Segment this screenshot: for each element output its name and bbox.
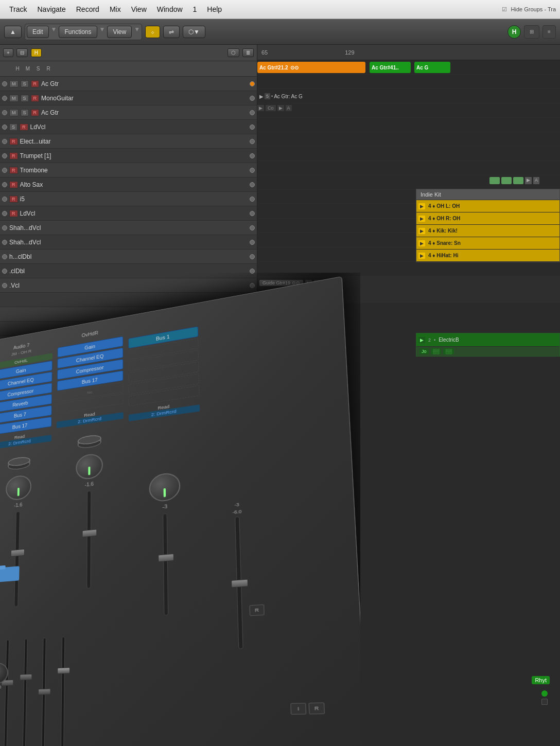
track-row[interactable]: Shah...dVcl — [0, 235, 257, 250]
clip-ac-gtr-21[interactable]: Ac Gtr#21.2 ⊙⊙ — [257, 62, 365, 73]
solo-btn[interactable]: S — [21, 80, 29, 87]
mute-btn[interactable]: M — [9, 109, 19, 116]
ch4-val2: -6.0 — [232, 509, 241, 515]
track-end-dot — [250, 110, 255, 115]
mixer-board: Audio 7 JM - OH R OvHdL Gain Channel EQ … — [0, 276, 360, 746]
master-faders — [0, 550, 354, 746]
filter-btn[interactable]: ⬡▼ — [183, 26, 205, 38]
fader-thumb-5[interactable] — [57, 667, 70, 674]
master-knob-control[interactable] — [0, 662, 8, 684]
add-track-btn[interactable]: + — [3, 48, 13, 57]
track-row[interactable]: R Elect...uitar — [0, 134, 257, 149]
list-btn[interactable]: ≣ — [242, 48, 254, 57]
fader-strip-2 — [0, 640, 15, 746]
track-row[interactable]: R LdVcl — [0, 206, 257, 221]
track-row[interactable]: .clDbl — [0, 264, 257, 278]
track-color-dot — [2, 211, 7, 216]
arrange-row-4 — [257, 118, 560, 132]
track-row[interactable]: h...clDbl — [0, 250, 257, 264]
pattern-btn-2[interactable]: ░░ — [443, 348, 454, 354]
loop-btn[interactable]: ⇌ — [163, 26, 180, 38]
menu-track[interactable]: Track — [4, 3, 32, 15]
rec-btn[interactable]: R — [31, 109, 40, 116]
clip-ac-gtr-41[interactable]: Ac Gtr#41. . — [370, 62, 411, 73]
kit-row-ohr: ▶ 4 ♦ OH R: OH — [416, 212, 559, 225]
toolbar: ▲ Edit ▼ Functions ▼ View ▼ ⬦ ⇌ ⬡▼ H ⊞ ≡ — [0, 19, 560, 45]
menu-navigate[interactable]: Navigate — [32, 3, 71, 15]
fader-thumb-4[interactable] — [38, 688, 51, 695]
menu-window[interactable]: Window — [152, 3, 188, 15]
track-row[interactable]: R i5 — [0, 192, 257, 206]
rec-btn[interactable]: R — [31, 95, 40, 102]
menu-1[interactable]: 1 — [188, 3, 202, 15]
track-color-dot — [2, 283, 7, 288]
filter-icon-btn[interactable]: ⬡ — [227, 48, 239, 57]
track-row[interactable]: R Trumpet [1] — [0, 149, 257, 163]
r-mixer-btn[interactable]: R — [308, 702, 325, 714]
fader-track-4[interactable] — [41, 637, 46, 746]
rec-btn[interactable]: R — [9, 167, 18, 174]
rec-btn[interactable]: R — [9, 181, 18, 188]
functions-btn[interactable]: Functions — [59, 26, 97, 38]
track-row[interactable]: S R LdVcl — [0, 120, 257, 134]
view-btn[interactable]: View — [107, 26, 132, 38]
track-end-dot — [250, 139, 255, 144]
h-button[interactable]: H — [507, 25, 521, 39]
h-track-btn[interactable]: H — [31, 48, 42, 57]
arrange-row-2: ▶ 5 • Ac Gtr: Ac G — [257, 89, 560, 103]
fader-track-3[interactable] — [23, 638, 28, 746]
clip-ac-g[interactable]: Ac G — [414, 62, 450, 73]
ch1-fader-thumb[interactable] — [11, 549, 25, 557]
arrange-row-5 — [257, 132, 560, 147]
menu-mix[interactable]: Mix — [104, 3, 126, 15]
track-color-dot — [2, 182, 7, 187]
ch3-knob[interactable] — [149, 472, 180, 503]
menu-record[interactable]: Record — [71, 3, 104, 15]
ch3-fader-thumb[interactable] — [158, 554, 174, 562]
rec-btn[interactable]: R — [20, 123, 28, 131]
rec-btn[interactable]: R — [31, 80, 40, 87]
i-btn[interactable]: I — [290, 703, 306, 715]
rec-btn[interactable]: R — [9, 138, 18, 145]
electric-bass-panel: ▶ 2 • ElectricB Jo ░░ ░░ — [416, 333, 560, 357]
track-end-dot — [250, 269, 255, 274]
mute-btn[interactable]: M — [9, 95, 19, 102]
fader-strip-4 — [36, 637, 52, 746]
menu-view[interactable]: View — [126, 3, 152, 15]
solo-btn[interactable]: S — [21, 95, 29, 102]
menu-help[interactable]: Help — [202, 3, 227, 15]
solo-btn[interactable]: S — [21, 109, 29, 116]
pattern-btn-1[interactable]: ░░ — [431, 348, 442, 354]
folder-btn[interactable]: ⊟ — [16, 48, 28, 57]
ch2-fader-thumb[interactable] — [82, 529, 97, 537]
jo-btn[interactable]: Jo — [419, 348, 429, 354]
track-row[interactable]: R Alto Sax — [0, 177, 257, 192]
fader-thumb-3[interactable] — [20, 674, 32, 681]
fader-track-5[interactable] — [61, 636, 65, 746]
solo-btn[interactable]: S — [9, 123, 18, 131]
track-row[interactable]: Shah...dVcl — [0, 221, 257, 235]
arrange-row-6 — [257, 147, 560, 161]
edit-btn[interactable]: Edit — [27, 26, 49, 38]
kit-row-snare: ▶ 4 ♦ Snare: Sn — [416, 237, 559, 250]
ch2-knob[interactable] — [76, 453, 103, 481]
ch1-knob[interactable] — [6, 474, 31, 502]
track-row[interactable]: .Vcl — [0, 278, 257, 293]
ch1-drum-icon — [4, 447, 34, 474]
ch3-drum-icon — [148, 443, 181, 471]
snap-btn[interactable]: ⬦ — [145, 26, 160, 38]
track-color-dot — [2, 269, 7, 274]
fader-track-2[interactable] — [4, 640, 9, 746]
folder-icon[interactable] — [0, 562, 20, 582]
track-row[interactable]: M S R Ac Gtr — [0, 105, 257, 120]
rec-btn[interactable]: R — [9, 210, 18, 217]
track-row[interactable]: M S R MonoGuitar — [0, 91, 257, 105]
track-name-trombone: Trombone — [20, 167, 248, 174]
rec-btn[interactable]: R — [9, 196, 18, 203]
mute-btn[interactable]: M — [9, 80, 19, 87]
track-row[interactable]: M S R Ac Gtr — [0, 77, 257, 91]
kit-row-hihat: ▶ 4 ♦ HiHat: Hi — [416, 250, 559, 262]
arrow-up-btn[interactable]: ▲ — [4, 26, 22, 38]
track-row[interactable]: R Trombone — [0, 163, 257, 177]
rec-btn[interactable]: R — [9, 152, 18, 159]
